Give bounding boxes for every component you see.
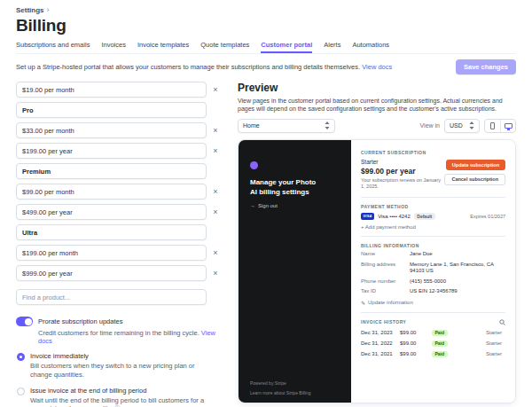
billing-info-value: Memory Lane 1, San Francisco, CA 94103 U… <box>410 262 505 276</box>
tab-quote-templates[interactable]: Quote templates <box>200 41 249 53</box>
billing-information-label: BILLING INFORMATION <box>361 243 505 248</box>
prorate-toggle[interactable] <box>16 317 33 326</box>
invoice-amount: $99.00 <box>400 330 432 335</box>
preview-controls: Home View in USD <box>238 119 516 133</box>
subscription-actions: Update subscription Cancel subscription <box>444 159 505 191</box>
remove-price-icon[interactable]: × <box>211 270 220 278</box>
product-item-pro[interactable]: Pro <box>16 102 207 118</box>
price-item[interactable]: $99.00 per month <box>16 184 207 200</box>
product-item-ultra[interactable]: Ultra <box>16 224 207 240</box>
pencil-icon: ✎ <box>361 300 365 306</box>
card-number: Visa •••• 4242 <box>378 214 411 219</box>
invoice-history-label: INVOICE HISTORY <box>361 319 406 325</box>
intro-view-docs-link[interactable]: View docs <box>362 63 392 71</box>
portal-config-column: $19.00 per month × Pro $33.00 per month … <box>16 82 220 407</box>
invoice-history-section: INVOICE HISTORY Dec 31, 2023 $99.00 Paid… <box>361 319 505 357</box>
prorate-option-invoice-immediately: Invoice immediately Bill customers when … <box>17 352 220 380</box>
update-information-label: Update information <box>368 300 413 305</box>
content-columns: $19.00 per month × Pro $33.00 per month … <box>16 82 516 407</box>
payment-method-label: PAYMENT METHOD <box>361 204 505 209</box>
price-item[interactable]: $33.00 per month <box>16 122 207 138</box>
tab-invoice-templates[interactable]: Invoice templates <box>137 41 189 53</box>
invoice-end-of-period-radio[interactable] <box>17 387 25 395</box>
intro-row: Set up a Stripe-hosted portal that allow… <box>16 59 516 74</box>
billing-info-field: Billing address <box>361 262 410 276</box>
desktop-view-button[interactable] <box>500 120 515 132</box>
price-row: $999.00 per year × <box>16 265 220 281</box>
portal-footer: Powered by Stripe Learn more about Strip… <box>250 380 340 395</box>
prorate-description-text: Credit customers for time remaining in t… <box>38 329 200 337</box>
billing-info-value: Jane Doe <box>410 251 505 258</box>
currency-select[interactable]: USD <box>444 119 480 133</box>
invoice-immediately-radio[interactable] <box>17 353 25 361</box>
price-item[interactable]: $199.00 per year <box>16 143 207 159</box>
remove-price-icon[interactable]: × <box>211 188 220 196</box>
prorate-section: Prorate subscription updates Credit cust… <box>16 317 220 407</box>
billing-information-section: BILLING INFORMATION Name Jane Doe Billin… <box>361 243 505 306</box>
product-item-premium[interactable]: Premium <box>16 163 207 179</box>
remove-price-icon[interactable]: × <box>211 208 220 216</box>
invoice-amount: $99.00 <box>400 340 432 346</box>
billing-info-row: Billing address Memory Lane 1, San Franc… <box>361 262 505 276</box>
find-product-input[interactable] <box>16 289 207 305</box>
billing-info-field: Tax ID <box>361 288 410 295</box>
select-arrows-icon <box>469 121 474 129</box>
save-changes-button[interactable]: Save changes <box>456 59 516 74</box>
billing-info-value: US EIN 12-3456789 <box>410 288 505 295</box>
select-arrows-icon <box>325 121 330 129</box>
remove-price-icon[interactable]: × <box>211 86 220 94</box>
price-row: $33.00 per month × <box>16 122 220 138</box>
current-subscription-details: Starter $99.00 per year Your subscriptio… <box>361 159 442 191</box>
sign-out-link[interactable]: → Sign out <box>250 203 340 208</box>
update-subscription-button[interactable]: Update subscription <box>446 160 505 170</box>
portal-page-select-value: Home <box>243 122 260 129</box>
intro-text: Set up a Stripe-hosted portal that allow… <box>16 59 392 71</box>
price-item[interactable]: $499.00 per year <box>16 204 207 220</box>
tab-automations[interactable]: Automations <box>352 41 389 53</box>
view-in-label: View in <box>420 122 440 129</box>
portal-heading: Manage your Photo AI billing settings <box>250 177 325 197</box>
tab-alerts[interactable]: Alerts <box>324 41 340 53</box>
invoice-date: Dec 31, 2023 <box>361 330 400 335</box>
cancel-subscription-button[interactable]: Cancel subscription <box>444 174 505 185</box>
powered-by-stripe-link[interactable]: Powered by Stripe <box>250 380 286 386</box>
paid-badge: Paid <box>432 351 448 357</box>
price-row: $99.00 per month × <box>16 184 220 200</box>
price-item[interactable]: $19.00 per month <box>16 82 207 98</box>
divider <box>361 236 505 237</box>
brand-logo-icon <box>250 161 258 169</box>
prorate-toggle-row: Prorate subscription updates <box>16 317 220 326</box>
tab-subscriptions-and-emails[interactable]: Subscriptions and emails <box>16 41 90 53</box>
desktop-icon <box>505 123 512 129</box>
tab-customer-portal[interactable]: Customer portal <box>261 41 312 53</box>
price-row: $199.00 per year × <box>16 143 220 159</box>
update-information-link[interactable]: ✎ Update information <box>361 300 505 306</box>
portal-page-select[interactable]: Home <box>238 119 335 133</box>
tab-bar: Subscriptions and emails Invoices Invoic… <box>16 41 516 54</box>
breadcrumb-settings-link[interactable]: Settings <box>16 6 44 14</box>
tab-invoices[interactable]: Invoices <box>101 41 126 53</box>
breadcrumb-chevron-icon: › <box>47 5 50 14</box>
remove-price-icon[interactable]: × <box>211 127 220 135</box>
invoice-row[interactable]: Dec 31, 2022 $99.00 Paid Starter <box>361 340 505 347</box>
portal-footer-links[interactable]: Learn more about Stripe Billing <box>250 390 311 395</box>
billing-info-value: (415) 555-0000 <box>410 278 505 286</box>
search-icon[interactable] <box>499 319 505 325</box>
remove-price-icon[interactable]: × <box>211 147 220 155</box>
paid-badge: Paid <box>432 340 448 347</box>
billing-settings-page: Settings › Billing Subscriptions and ema… <box>0 0 532 407</box>
invoice-row[interactable]: Dec 31, 2021 $99.00 Paid Starter <box>361 351 505 357</box>
plan-name: Starter <box>361 159 442 165</box>
price-item[interactable]: $199.00 per month <box>16 245 207 261</box>
mobile-view-button[interactable] <box>485 120 500 132</box>
remove-price-icon[interactable]: × <box>211 249 220 257</box>
page-title: Billing <box>16 16 516 35</box>
current-subscription-label: CURRENT SUBSCRIPTION <box>361 150 505 155</box>
price-item[interactable]: $999.00 per year <box>16 265 207 281</box>
invoice-row[interactable]: Dec 31, 2023 $99.00 Paid Starter <box>361 330 505 336</box>
add-payment-method-link[interactable]: + Add payment method <box>361 224 505 230</box>
current-subscription-section: CURRENT SUBSCRIPTION Starter $99.00 per … <box>361 150 505 191</box>
preview-column: Preview View pages in the customer porta… <box>238 82 516 407</box>
prorate-description: Credit customers for time remaining in t… <box>38 329 220 345</box>
price-row: $19.00 per month × <box>16 82 220 98</box>
